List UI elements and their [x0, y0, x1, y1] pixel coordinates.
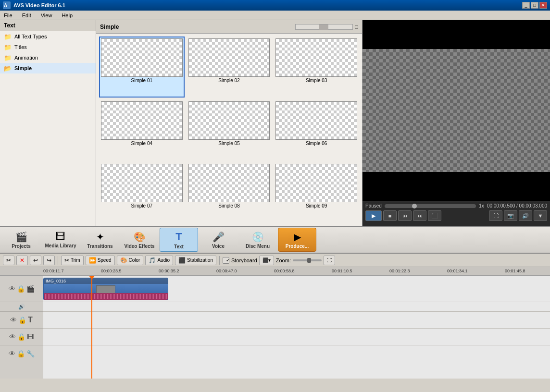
maximize-panel-button[interactable]: □ — [355, 24, 358, 30]
grid-item-simple08[interactable]: Simple 08 — [187, 162, 272, 223]
time-marker-3: 00:00:47.0 — [216, 269, 237, 273]
play-button[interactable]: ▶ — [365, 210, 382, 221]
sidebar-item-titles[interactable]: 📁 Titles — [0, 42, 96, 52]
video-track-lane[interactable]: IMG_0316 — [43, 276, 550, 302]
fit-timeline-button[interactable]: ⛶ — [324, 256, 335, 265]
playhead[interactable] — [91, 276, 92, 379]
sidebar-item-simple[interactable]: 📂 Simple — [0, 63, 96, 74]
overlay-track-lane[interactable] — [43, 329, 550, 345]
credits-track-lane[interactable] — [43, 345, 550, 362]
grid-item-simple04[interactable]: Simple 04 — [99, 99, 185, 160]
trim-button[interactable]: ✂ Trim — [61, 256, 84, 265]
volume-button[interactable]: 🔊 — [519, 210, 532, 221]
undo-button[interactable]: ↩ — [30, 256, 41, 265]
tool-produce[interactable]: ▶ Produce... — [278, 228, 316, 252]
center-panel: Simple □ Simple 01 Simple 02 Simple 03 — [96, 20, 362, 226]
redo-button[interactable]: ↪ — [43, 256, 55, 265]
zoom-scrollbar[interactable] — [295, 24, 353, 30]
sidebar-item-animation[interactable]: 📁 Animation — [0, 52, 96, 63]
lock-icon[interactable]: 🔒 — [17, 285, 25, 293]
clip-title: IMG_0316 — [44, 278, 168, 284]
volume-icon[interactable]: 🔊 — [18, 304, 25, 310]
more-button[interactable]: ▼ — [534, 210, 547, 221]
open-folder-icon: 📂 — [4, 64, 12, 72]
tool-transitions[interactable]: ✦ Transitions — [81, 228, 119, 252]
time-marker-0: 00:00:11.7 — [43, 269, 64, 273]
eye-icon[interactable]: 👁 — [9, 285, 15, 293]
folder-icon: 📁 — [4, 33, 12, 40]
media-library-icon: 🎞 — [56, 231, 65, 242]
speed-button[interactable]: ⏩ Speed — [86, 256, 115, 265]
clip-audio-wave — [44, 293, 168, 300]
snapshot-button[interactable]: 📷 — [504, 210, 517, 221]
tool-media-library[interactable]: 🎞 Media Library — [41, 228, 80, 252]
grid-item-simple05[interactable]: Simple 05 — [187, 99, 272, 160]
next-button[interactable]: ⏭ — [413, 210, 426, 221]
undo-icon: ↩ — [33, 257, 38, 264]
header-controls: □ — [295, 24, 358, 30]
video-track-header: 👁 🔒 🎬 — [0, 276, 43, 302]
speed-icon: ⏩ — [89, 257, 96, 264]
lock-icon-4[interactable]: 🔒 — [17, 350, 25, 357]
folder-icon: 📁 — [4, 43, 12, 51]
video-clip[interactable]: IMG_0316 — [43, 278, 168, 300]
stabilization-button[interactable]: ⬛ Stabilization — [175, 256, 216, 265]
grid-item-simple09[interactable]: Simple 09 — [274, 162, 359, 223]
delete-clip-button[interactable]: ✕ — [16, 256, 28, 265]
audio-waveform — [44, 294, 168, 299]
progress-track[interactable] — [385, 204, 476, 208]
grid-item-simple06[interactable]: Simple 06 — [274, 99, 359, 160]
video-track-icon[interactable]: 🎬 — [26, 285, 35, 293]
zoom-thumb — [307, 258, 311, 263]
svg-text:A: A — [4, 3, 7, 8]
fullscreen-button[interactable]: ⛶ — [489, 210, 502, 221]
tool-video-effects[interactable]: 🎨 Video Effects — [120, 228, 159, 252]
checkbox-storyboard[interactable]: ✓ — [223, 257, 229, 264]
menu-view[interactable]: View — [39, 12, 54, 19]
preview-panel: Paused 1x 00:00:00.500 / 00:00:03.000 ▶ … — [362, 20, 550, 226]
thumb-simple02 — [188, 38, 270, 77]
tool-text[interactable]: T Text — [160, 228, 198, 252]
prev-button[interactable]: ⏮ — [398, 210, 412, 221]
menu-edit[interactable]: Edit — [20, 12, 33, 19]
grid-item-simple02[interactable]: Simple 02 — [187, 37, 272, 98]
eye-icon-3[interactable]: 👁 — [9, 333, 16, 341]
window-controls[interactable]: _ □ ✕ — [522, 2, 547, 9]
grid-item-simple07[interactable]: Simple 07 — [99, 162, 185, 223]
transport-buttons: ▶ ■ ⏮ ⏭ ⬛ ⛶ 📷 🔊 ▼ — [365, 210, 547, 221]
frame-back-button[interactable]: ⬛ — [428, 210, 441, 221]
zoom-area: Zoom: ⛶ — [276, 256, 335, 265]
tool-disc-menu[interactable]: 💿 Disc Menu — [238, 228, 277, 252]
playback-controls: ▶ ■ ⏮ ⏭ ⬛ — [365, 210, 441, 221]
menu-file[interactable]: File — [2, 12, 14, 19]
tool-voice[interactable]: 🎤 Voice — [199, 228, 238, 252]
text-track-icon[interactable]: T — [28, 316, 33, 324]
tool-projects[interactable]: 🎬 Projects — [2, 228, 40, 252]
lock-icon-2[interactable]: 🔒 — [18, 316, 26, 324]
minimize-button[interactable]: _ — [522, 2, 530, 9]
credits-track-icon[interactable]: 🔧 — [26, 350, 35, 357]
color-button[interactable]: 🎨 Color — [117, 256, 144, 265]
time-marker-5: 00:01:10.5 — [332, 269, 352, 273]
zoom-slider[interactable] — [293, 259, 322, 261]
grid-item-simple01[interactable]: Simple 01 — [99, 37, 185, 98]
maximize-button[interactable]: □ — [531, 2, 538, 9]
sidebar-item-all-text-types[interactable]: 📁 All Text Types — [0, 31, 96, 42]
timeline-toolbar: ✂ ✕ ↩ ↪ ✂ Trim ⏩ Speed 🎨 Color 🎵 Audio ⬛ — [0, 254, 550, 267]
lock-icon-3[interactable]: 🔒 — [17, 333, 25, 341]
overlay-track-icon[interactable]: 🎞 — [27, 333, 34, 341]
text-track-lane[interactable] — [43, 312, 550, 329]
credits-track-header: 👁 🔒 🔧 — [0, 345, 43, 362]
split-clip-button[interactable]: ✂ — [3, 256, 14, 265]
audio-button[interactable]: 🎵 Audio — [145, 256, 173, 265]
eye-icon-2[interactable]: 👁 — [10, 316, 17, 324]
grid-item-simple03[interactable]: Simple 03 — [274, 37, 359, 98]
stop-button[interactable]: ■ — [383, 210, 397, 221]
close-button[interactable]: ✕ — [539, 2, 547, 9]
view-toggle-button[interactable]: ⬛▾ — [259, 256, 274, 265]
audio-track-header: 🔊 — [0, 302, 43, 312]
audio-track-lane[interactable] — [43, 302, 550, 312]
menu-help[interactable]: Help — [60, 12, 75, 19]
eye-icon-4[interactable]: 👁 — [9, 350, 15, 357]
disc-menu-icon: 💿 — [252, 231, 264, 243]
